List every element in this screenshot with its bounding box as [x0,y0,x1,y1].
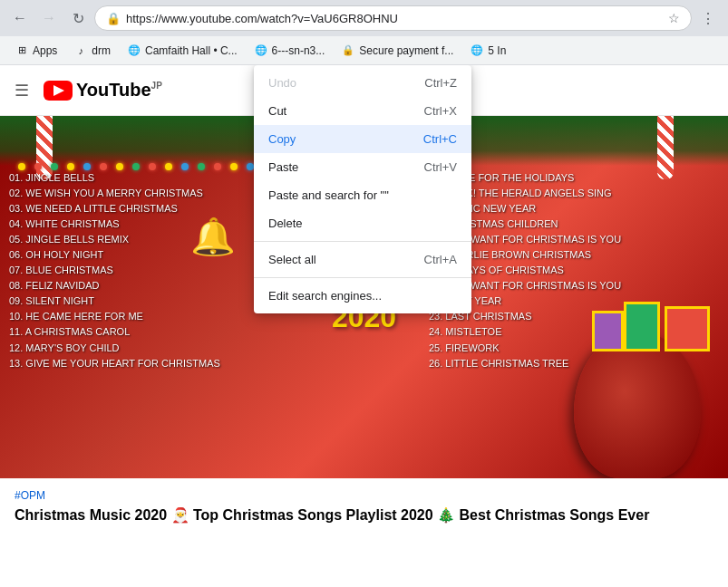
bookmarks-bar: ⊞ Apps ♪ drm 🌐 Camfaith Hall • C... 🌐 6-… [0,36,728,65]
menu-divider [254,241,471,242]
back-button[interactable]: ← [7,5,33,31]
bookmark-drm-label: drm [92,44,111,57]
extensions-button[interactable]: ⋮ [695,5,721,31]
bookmark-apps-label: Apps [33,44,57,57]
menu-shortcut: Ctrl+X [424,104,457,118]
youtube-wordmark: YouTubeJP [76,80,162,101]
song-item: 17. CHRISTMAS CHILDREN [429,217,719,232]
bookmark-icon[interactable]: ☆ [668,11,680,25]
camfaith-icon: 🌐 [127,43,141,58]
apps-icon: ⊞ [15,43,29,58]
menu-item-paste[interactable]: PasteCtrl+V [254,153,471,181]
menu-label: Undo [268,76,296,90]
menu-label: Select all [268,253,316,266]
menu-shortcut: Ctrl+Z [424,76,457,90]
nav-bar: ← → ↻ 🔒 https://www.youtube.com/watch?v=… [0,0,728,36]
youtube-play-triangle [53,85,64,96]
menu-label: Copy [268,132,296,146]
forward-button[interactable]: → [36,5,62,31]
bookmark-camfaith-label: Camfaith Hall • C... [145,44,238,57]
bookmark-b5-label: Secure payment f... [359,44,453,57]
bookmark-b6-label: 5 In [488,44,506,57]
page-content: ☰ YouTubeJP [0,65,728,587]
menu-label: Edit search engines... [268,289,382,303]
menu-item-copy[interactable]: CopyCtrl+C [254,125,471,153]
gift-box-3 [592,311,624,351]
url-text: https://www.youtube.com/watch?v=VaU6GR8O… [126,12,663,25]
menu-item-undo: UndoCtrl+Z [254,69,471,97]
menu-item-edit-search[interactable]: Edit search engines... [254,282,471,310]
menu-item-paste-search[interactable]: Paste and search for "" [254,181,471,209]
drm-icon: ♪ [73,43,88,58]
video-title: Christmas Music 2020 🎅 Top Christmas Son… [15,505,713,525]
youtube-logo-icon [44,81,73,101]
b6-icon: 🌐 [470,43,484,58]
menu-shortcut: Ctrl+V [424,160,457,174]
bookmark-b4-label: 6---sn-n3... [272,44,325,57]
b4-icon: 🌐 [254,43,268,58]
menu-label: Delete [268,217,303,230]
gift-box-2 [624,302,660,351]
menu-item-select-all[interactable]: Select allCtrl+A [254,245,471,274]
song-item: 19. CHARLIE BROWN CHRISTMAS [429,247,719,263]
gift-sack [574,333,701,478]
bell-icon: 🔔 [190,216,236,258]
menu-item-cut[interactable]: CutCtrl+X [254,97,471,125]
menu-label: Paste and search for "" [268,188,389,202]
context-menu: UndoCtrl+ZCutCtrl+XCopyCtrl+CPasteCtrl+V… [254,65,471,313]
menu-divider [254,277,471,278]
bookmark-b5[interactable]: 🔒 Secure payment f... [334,40,461,62]
b5-icon: 🔒 [341,43,355,58]
gift-box-1 [665,306,710,351]
hamburger-menu[interactable]: ☰ [15,81,29,101]
gift-sack-area [519,270,728,478]
song-item: 14. HOME FOR THE HOLIDAYS [429,170,719,186]
browser-frame: ← → ↻ 🔒 https://www.youtube.com/watch?v=… [0,0,728,587]
menu-item-delete[interactable]: Delete [254,209,471,237]
hashtag[interactable]: #OPM [15,489,713,502]
video-description: #OPM Christmas Music 2020 🎅 Top Christma… [0,478,728,536]
song-item: 16. CELTIC NEW YEAR [429,201,719,217]
bookmark-b4[interactable]: 🌐 6---sn-n3... [247,40,333,62]
bookmark-camfaith[interactable]: 🌐 Camfaith Hall • C... [120,40,245,62]
song-item: 18. ALL I WANT FOR CHRISTMAS IS YOU [429,232,719,247]
song-item: 12. MARY'S BOY CHILD [9,341,335,356]
address-bar[interactable]: 🔒 https://www.youtube.com/watch?v=VaU6GR… [94,5,692,31]
lock-icon: 🔒 [106,12,121,25]
menu-label: Cut [268,104,286,118]
bookmark-apps[interactable]: ⊞ Apps [7,40,64,62]
bookmark-drm[interactable]: ♪ drm [66,40,118,62]
song-item: 15. HARK! THE HERALD ANGELS SING [429,186,719,201]
menu-label: Paste [268,160,298,174]
song-item: 13. GIVE ME YOUR HEART FOR CHRISTMAS [9,356,335,371]
menu-shortcut: Ctrl+A [424,253,457,266]
bookmark-b6[interactable]: 🌐 5 In [462,40,513,62]
menu-shortcut: Ctrl+C [423,132,457,146]
youtube-logo[interactable]: YouTubeJP [44,80,162,101]
reload-button[interactable]: ↻ [65,5,91,31]
